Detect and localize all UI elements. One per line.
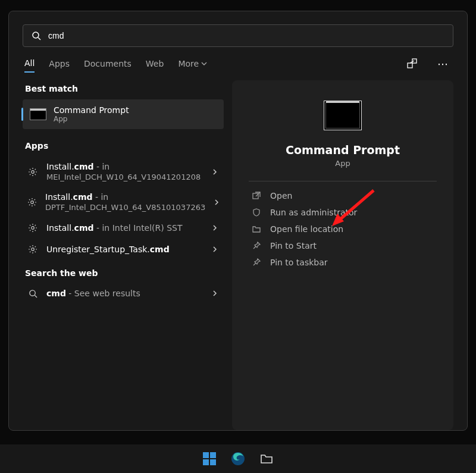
gear-icon — [27, 167, 38, 177]
best-match-header: Best match — [23, 80, 224, 99]
svg-point-6 — [31, 201, 34, 203]
pin-icon — [251, 242, 262, 250]
action-label: Pin to Start — [270, 241, 317, 250]
search-box[interactable] — [23, 24, 453, 47]
web-result-item[interactable]: cmd - See web results — [23, 283, 224, 304]
open-icon — [251, 192, 262, 200]
start-button[interactable] — [198, 447, 221, 470]
svg-point-9 — [29, 290, 35, 295]
gear-icon — [27, 223, 38, 233]
best-match-subtitle: App — [54, 115, 129, 123]
gear-icon — [27, 197, 37, 208]
action-open-file-location[interactable]: Open file location — [249, 221, 437, 237]
taskbar-edge[interactable] — [227, 447, 249, 470]
tabs-row: All Apps Documents Web More ⋯ — [23, 47, 453, 80]
search-input[interactable] — [48, 31, 444, 40]
windows-logo-icon — [203, 452, 216, 465]
pin-icon — [251, 258, 262, 267]
app-result-item[interactable]: Install.cmd - inDPTF_Intel_DCH_W10_64_V8… — [23, 187, 224, 217]
tab-all[interactable]: All — [24, 55, 35, 73]
command-prompt-icon — [30, 108, 46, 120]
app-result-item[interactable]: Unregister_Startup_Task.cmd — [23, 239, 224, 260]
action-label: Open file location — [270, 224, 343, 234]
action-open[interactable]: Open — [249, 187, 437, 204]
search-options-icon[interactable] — [404, 55, 421, 72]
gear-icon — [27, 244, 38, 255]
svg-point-0 — [33, 32, 39, 38]
app-result-item[interactable]: Install.cmd - in Intel Intel(R) SST — [23, 217, 224, 239]
svg-point-7 — [32, 227, 35, 230]
preview-subtitle: App — [249, 159, 437, 168]
folder-icon — [251, 225, 262, 233]
svg-rect-11 — [253, 193, 258, 199]
action-label: Pin to taskbar — [270, 258, 328, 267]
ellipsis-icon: ⋯ — [437, 58, 449, 70]
tab-apps[interactable]: Apps — [49, 55, 70, 72]
command-prompt-large-icon — [324, 101, 362, 130]
chevron-right-icon — [212, 223, 218, 233]
results-column: Best match Command Prompt App Apps Insta… — [23, 80, 224, 430]
action-run-as-admin[interactable]: Run as administrator — [249, 204, 437, 221]
edge-icon — [231, 452, 245, 466]
tab-documents[interactable]: Documents — [84, 55, 131, 72]
svg-rect-2 — [408, 63, 412, 68]
file-explorer-icon — [260, 452, 273, 465]
chevron-right-icon — [212, 245, 218, 254]
search-icon — [27, 288, 38, 299]
divider — [249, 181, 437, 181]
apps-header: Apps — [23, 137, 224, 156]
svg-line-10 — [35, 295, 37, 297]
chevron-down-icon — [201, 61, 207, 67]
tab-more-label: More — [178, 59, 199, 68]
chevron-right-icon — [214, 198, 220, 207]
chevron-right-icon — [212, 167, 218, 177]
action-pin-to-start[interactable]: Pin to Start — [249, 237, 437, 254]
search-icon — [32, 31, 41, 40]
chevron-right-icon — [212, 289, 218, 298]
best-match-title: Command Prompt — [54, 105, 129, 115]
shield-icon — [251, 208, 262, 217]
svg-point-8 — [32, 248, 35, 251]
app-result-item[interactable]: Install.cmd - inMEI_Intel_DCH_W10_64_V19… — [23, 156, 224, 187]
tab-web[interactable]: Web — [146, 55, 164, 72]
taskbar-file-explorer[interactable] — [255, 447, 278, 470]
best-match-item[interactable]: Command Prompt App — [23, 99, 224, 129]
more-options-icon[interactable]: ⋯ — [435, 55, 452, 72]
svg-line-1 — [38, 37, 40, 40]
action-label: Run as administrator — [270, 208, 357, 217]
svg-point-5 — [32, 170, 35, 173]
taskbar — [0, 444, 476, 473]
action-label: Open — [270, 191, 292, 201]
tab-more[interactable]: More — [178, 55, 207, 72]
action-pin-to-taskbar[interactable]: Pin to taskbar — [249, 254, 437, 271]
preview-pane: Command Prompt App Open Run as administr… — [232, 80, 453, 430]
start-search-panel: All Apps Documents Web More ⋯ Best match… — [8, 11, 468, 431]
preview-title: Command Prompt — [249, 143, 437, 156]
search-web-header: Search the web — [23, 260, 224, 283]
